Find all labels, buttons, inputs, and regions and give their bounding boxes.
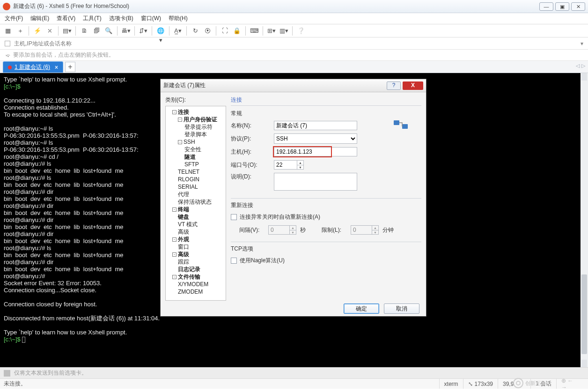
address-dropdown-icon[interactable]: ▾ bbox=[581, 40, 583, 47]
language-icon[interactable]: 🌐▾ bbox=[155, 26, 166, 36]
tree-node[interactable]: 登录提示符 bbox=[167, 123, 225, 131]
menu-item[interactable]: 文件(F) bbox=[5, 15, 23, 22]
maximize-button[interactable]: ▣ bbox=[555, 2, 569, 11]
dialog-help-button[interactable]: ? bbox=[387, 81, 401, 90]
interval-input bbox=[269, 226, 289, 234]
category-tree[interactable]: -连接-用户身份验证登录提示符登录脚本-SSH安全性隧道SFTPTELNETRL… bbox=[165, 106, 226, 301]
hint-text: 要添加当前会话，点击左侧的箭头按钮。 bbox=[13, 51, 114, 59]
add-tab-button[interactable]: + bbox=[65, 62, 75, 72]
dialog-title: 新建会话 (7)属性 bbox=[163, 81, 206, 89]
auto-reconnect-checkbox[interactable]: 连接异常关闭时自动重新连接(A) bbox=[231, 213, 421, 221]
tree-node[interactable]: 保持活动状态 bbox=[167, 198, 225, 206]
tree-node[interactable]: VT 模式 bbox=[167, 221, 225, 228]
host-ip-input[interactable] bbox=[274, 147, 357, 156]
stop-icon[interactable]: ⦿ bbox=[202, 26, 213, 36]
tree-node[interactable]: 跟踪 bbox=[167, 258, 225, 266]
menu-item[interactable]: 工具(T) bbox=[83, 15, 101, 22]
tree-node[interactable]: 代理 bbox=[167, 191, 225, 198]
send-icon[interactable] bbox=[4, 370, 10, 377]
terminal-scrollbar[interactable] bbox=[581, 73, 588, 367]
tree-node[interactable]: -终端 bbox=[167, 206, 225, 213]
port-input[interactable] bbox=[274, 161, 297, 169]
limit-unit: 分钟 bbox=[382, 226, 394, 234]
limit-spinner: ▲▼ bbox=[351, 225, 379, 235]
send-text: 仅将文本发送到当前选项卡。 bbox=[14, 369, 87, 377]
tree-node[interactable]: SERIAL bbox=[167, 183, 225, 191]
tree-node[interactable]: X/YMODEM bbox=[167, 281, 225, 288]
print-icon[interactable]: 🖶▾ bbox=[121, 26, 131, 36]
tree-node[interactable]: 隧道 bbox=[167, 153, 225, 161]
watermark: 创新互联 bbox=[513, 376, 569, 390]
layout-icon[interactable]: ▥▾ bbox=[279, 26, 289, 36]
new-session-icon[interactable]: ▦ bbox=[3, 26, 13, 36]
tab-scroll-right-icon[interactable]: ▷ bbox=[581, 63, 585, 69]
connect-icon[interactable]: ⚡ bbox=[32, 26, 43, 36]
scroll-down-icon[interactable] bbox=[581, 360, 587, 367]
sessions-icon[interactable]: ▤▾ bbox=[62, 26, 72, 36]
description-textarea[interactable] bbox=[274, 173, 357, 191]
search-icon[interactable]: 🔍 bbox=[103, 26, 114, 36]
tree-node[interactable]: -连接 bbox=[167, 108, 225, 116]
tree-node[interactable]: -外观 bbox=[167, 236, 225, 243]
menu-item[interactable]: 选项卡(B) bbox=[109, 15, 133, 22]
menu-item[interactable]: 编辑(E) bbox=[30, 15, 49, 22]
minimize-button[interactable]: — bbox=[539, 2, 553, 11]
tree-node[interactable]: TELNET bbox=[167, 168, 225, 176]
tab-close-icon[interactable]: × bbox=[55, 64, 58, 71]
session-name-input[interactable] bbox=[274, 121, 357, 130]
scroll-up-icon[interactable] bbox=[581, 73, 587, 81]
tree-node[interactable]: 高级 bbox=[167, 228, 225, 236]
limit-label: 限制(L): bbox=[322, 226, 347, 234]
tree-node[interactable]: ZMODEM bbox=[167, 288, 225, 296]
host-input[interactable] bbox=[14, 40, 581, 47]
menu-item[interactable]: 查看(V) bbox=[57, 15, 75, 22]
session-tab[interactable]: 1 新建会话 (6) × bbox=[3, 61, 63, 73]
lock-icon[interactable]: 🔒 bbox=[232, 26, 242, 36]
paste-icon[interactable]: 🗐 bbox=[91, 26, 102, 36]
menu-item[interactable]: 帮助(H) bbox=[169, 15, 188, 22]
transfer-icon[interactable]: ⇵▾ bbox=[138, 26, 148, 36]
tree-node[interactable]: 键盘 bbox=[167, 213, 225, 221]
port-spinner[interactable]: ▲▼ bbox=[274, 160, 304, 170]
main-toolbar: ▦ ＋ ⚡ ⤫ ▤▾ 🗎 🗐 🔍 🖶▾ ⇵▾ 🌐▾ A̲▾ ↻ ⦿ ⛶ 🔒 ⌨ … bbox=[0, 24, 588, 37]
tab-scroll-left-icon[interactable]: ◁ bbox=[576, 63, 580, 69]
tree-node[interactable]: SFTP bbox=[167, 161, 225, 168]
watermark-logo-icon bbox=[513, 378, 523, 388]
send-bar: 仅将文本发送到当前选项卡。 bbox=[0, 367, 588, 378]
menu-item[interactable]: 窗口(W) bbox=[141, 15, 161, 22]
checkbox-icon bbox=[231, 214, 237, 220]
copy-icon[interactable]: 🗎 bbox=[79, 26, 89, 36]
reload-icon[interactable]: ↻ bbox=[190, 26, 200, 36]
tree-node[interactable]: -高级 bbox=[167, 251, 225, 258]
ok-button[interactable]: 确定 bbox=[344, 303, 379, 314]
tree-node[interactable]: 安全性 bbox=[167, 146, 225, 153]
watermark-text: 创新互联 bbox=[525, 380, 546, 387]
keyboard-icon[interactable]: ⌨ bbox=[249, 26, 259, 36]
dialog-close-button[interactable]: X bbox=[403, 81, 423, 90]
fullscreen-icon[interactable]: ⛶ bbox=[220, 26, 230, 36]
nagle-checkbox[interactable]: 使用Nagle算法(U) bbox=[231, 257, 421, 265]
protocol-select[interactable]: SSH bbox=[274, 133, 357, 144]
tree-node[interactable]: RLOGIN bbox=[167, 176, 225, 183]
tree-node[interactable]: -文件传输 bbox=[167, 273, 225, 281]
help-icon[interactable]: ❔ bbox=[296, 26, 306, 36]
protocol-label: 协议(P): bbox=[231, 135, 274, 143]
close-window-button[interactable]: ✕ bbox=[571, 2, 585, 11]
tree-node[interactable]: 登录脚本 bbox=[167, 131, 225, 138]
scroll-thumb[interactable] bbox=[581, 274, 587, 354]
tree-node[interactable]: 日志记录 bbox=[167, 266, 225, 273]
tree-node[interactable]: 窗口 bbox=[167, 243, 225, 251]
addtab-icon[interactable]: ⊞▾ bbox=[266, 26, 277, 36]
checkbox-icon bbox=[231, 258, 237, 264]
font-icon[interactable]: A̲▾ bbox=[173, 26, 183, 36]
new-tab-icon[interactable]: ＋ bbox=[15, 26, 25, 36]
disconnect-icon[interactable]: ⤫ bbox=[44, 26, 55, 36]
window-titlebar: 新建会话 (6) - Xshell 5 (Free for Home/Schoo… bbox=[0, 0, 588, 13]
tree-node[interactable]: -用户身份验证 bbox=[167, 116, 225, 123]
cancel-button[interactable]: 取消 bbox=[384, 303, 419, 314]
port-down-icon[interactable]: ▼ bbox=[297, 165, 303, 170]
session-properties-dialog: 新建会话 (7)属性 ? X 类别(C): -连接-用户身份验证登录提示符登录脚… bbox=[160, 79, 426, 317]
port-up-icon[interactable]: ▲ bbox=[297, 161, 303, 165]
svg-rect-0 bbox=[394, 120, 399, 125]
tree-node[interactable]: -SSH bbox=[167, 138, 225, 146]
